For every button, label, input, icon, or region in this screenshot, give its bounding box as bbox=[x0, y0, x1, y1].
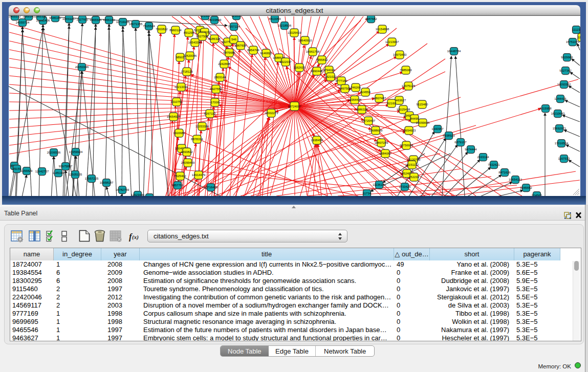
svg-text:24055724: 24055724 bbox=[16, 21, 30, 24]
svg-text:9646160: 9646160 bbox=[49, 16, 61, 19]
svg-text:18640910: 18640910 bbox=[298, 39, 312, 42]
svg-text:18807249: 18807249 bbox=[375, 141, 388, 144]
svg-text:24099469: 24099469 bbox=[181, 161, 195, 164]
svg-text:1733426: 1733426 bbox=[399, 185, 411, 188]
svg-text:9684067: 9684067 bbox=[379, 152, 391, 155]
svg-text:39159: 39159 bbox=[13, 167, 21, 170]
svg-text:2803144: 2803144 bbox=[214, 76, 226, 79]
svg-text:12505135: 12505135 bbox=[69, 173, 82, 176]
svg-text:11123: 11123 bbox=[572, 28, 580, 31]
svg-text:1693822: 1693822 bbox=[181, 150, 193, 154]
svg-text:1244415: 1244415 bbox=[554, 97, 567, 100]
svg-text:1065326: 1065326 bbox=[34, 16, 47, 18]
svg-text:10958187: 10958187 bbox=[100, 181, 114, 184]
svg-text:16210643: 16210643 bbox=[551, 112, 565, 115]
svg-text:9777169: 9777169 bbox=[335, 79, 347, 82]
svg-text:10719185: 10719185 bbox=[116, 20, 130, 24]
svg-text:9990448: 9990448 bbox=[311, 70, 323, 73]
svg-text:15720407: 15720407 bbox=[362, 119, 376, 122]
svg-text:15692971: 15692971 bbox=[553, 127, 567, 130]
svg-text:10807487: 10807487 bbox=[373, 97, 386, 100]
svg-text:9115460: 9115460 bbox=[417, 103, 429, 106]
svg-text:9465546: 9465546 bbox=[90, 18, 102, 21]
svg-text:18724007: 18724007 bbox=[288, 105, 301, 108]
svg-text:7663822: 7663822 bbox=[156, 28, 168, 31]
svg-text:10099695: 10099695 bbox=[416, 121, 430, 124]
svg-text:1010751: 1010751 bbox=[170, 100, 183, 103]
svg-text:9227342: 9227342 bbox=[559, 69, 572, 72]
svg-text:7632621: 7632621 bbox=[488, 163, 500, 166]
svg-text:2687682: 2687682 bbox=[365, 17, 377, 20]
svg-text:14914479: 14914479 bbox=[192, 173, 206, 177]
svg-text:6794024: 6794024 bbox=[323, 69, 335, 72]
svg-text:22420046: 22420046 bbox=[183, 54, 197, 57]
svg-text:8215958: 8215958 bbox=[539, 107, 552, 110]
svg-text:12975125: 12975125 bbox=[402, 84, 416, 87]
svg-text:1167533: 1167533 bbox=[558, 157, 571, 160]
svg-text:2405572: 2405572 bbox=[9, 16, 21, 18]
svg-text:16671355: 16671355 bbox=[129, 23, 143, 26]
svg-text:20206536: 20206536 bbox=[47, 151, 61, 154]
svg-text:11734: 11734 bbox=[363, 192, 372, 195]
svg-text:6879197: 6879197 bbox=[454, 141, 467, 144]
svg-text:17016504: 17016504 bbox=[555, 142, 569, 145]
svg-text:9329966: 9329966 bbox=[561, 56, 573, 59]
svg-text:1527602: 1527602 bbox=[76, 18, 89, 21]
svg-text:10973493: 10973493 bbox=[393, 53, 407, 56]
svg-text:1156829: 1156829 bbox=[21, 169, 33, 172]
svg-text:1322037: 1322037 bbox=[279, 60, 292, 63]
svg-text:16782759: 16782759 bbox=[116, 188, 129, 191]
svg-text:10025438: 10025438 bbox=[397, 108, 410, 111]
svg-text:13325419: 13325419 bbox=[288, 31, 301, 34]
svg-text:10688609: 10688609 bbox=[369, 129, 383, 132]
svg-text:891295: 891295 bbox=[184, 31, 194, 34]
svg-text:(x): (x) bbox=[132, 234, 139, 240]
svg-text:8454749: 8454749 bbox=[247, 49, 259, 52]
svg-text:10654112: 10654112 bbox=[509, 178, 522, 181]
svg-text:16448784: 16448784 bbox=[447, 50, 461, 53]
svg-text:17359924: 17359924 bbox=[69, 150, 83, 154]
svg-text:12213967: 12213967 bbox=[385, 40, 399, 43]
svg-text:16543382: 16543382 bbox=[188, 41, 202, 44]
svg-text:12093382: 12093382 bbox=[557, 83, 571, 86]
svg-text:7955812: 7955812 bbox=[316, 58, 328, 61]
svg-text:84495: 84495 bbox=[410, 117, 419, 120]
svg-text:1640957: 1640957 bbox=[431, 127, 444, 130]
svg-text:1916682: 1916682 bbox=[173, 132, 185, 135]
svg-text:881305: 881305 bbox=[200, 16, 211, 17]
svg-text:546: 546 bbox=[231, 38, 237, 41]
svg-text:16151132: 16151132 bbox=[405, 163, 419, 166]
svg-text:6497508: 6497508 bbox=[339, 87, 351, 90]
svg-text:11353384: 11353384 bbox=[195, 125, 209, 128]
svg-text:12213339: 12213339 bbox=[175, 85, 188, 89]
svg-text:824554: 824554 bbox=[360, 91, 371, 94]
svg-text:746266: 746266 bbox=[351, 86, 361, 89]
svg-text:9857791: 9857791 bbox=[171, 184, 184, 187]
svg-text:20364436: 20364436 bbox=[348, 98, 362, 101]
svg-text:20053346: 20053346 bbox=[75, 65, 89, 69]
svg-text:19654928: 19654928 bbox=[167, 115, 181, 118]
svg-text:6466160: 6466160 bbox=[103, 18, 115, 21]
svg-text:13654923: 13654923 bbox=[402, 129, 416, 132]
svg-text:15751074: 15751074 bbox=[566, 40, 580, 43]
svg-text:9327503: 9327503 bbox=[196, 35, 208, 38]
svg-text:13716485: 13716485 bbox=[204, 186, 218, 189]
svg-text:2069140: 2069140 bbox=[23, 16, 35, 18]
svg-text:2967608: 2967608 bbox=[234, 44, 247, 47]
svg-text:2718129: 2718129 bbox=[181, 70, 193, 73]
svg-text:252234: 252234 bbox=[409, 176, 420, 179]
svg-text:7485063: 7485063 bbox=[400, 69, 412, 72]
svg-text:20756928: 20756928 bbox=[400, 144, 413, 147]
svg-text:7625402: 7625402 bbox=[174, 174, 186, 178]
svg-text:2986322: 2986322 bbox=[356, 108, 368, 111]
svg-text:8427552: 8427552 bbox=[210, 87, 222, 91]
svg-text:5875685: 5875685 bbox=[223, 51, 235, 54]
svg-text:8813054: 8813054 bbox=[269, 17, 281, 20]
svg-text:921850: 921850 bbox=[231, 16, 242, 17]
svg-text:12942757: 12942757 bbox=[35, 170, 49, 173]
svg-text:11325: 11325 bbox=[578, 36, 580, 39]
svg-text:16154808: 16154808 bbox=[376, 28, 389, 31]
svg-text:8186328: 8186328 bbox=[208, 37, 221, 40]
svg-text:9474444: 9474444 bbox=[465, 148, 477, 151]
svg-text:8471626: 8471626 bbox=[498, 171, 511, 174]
